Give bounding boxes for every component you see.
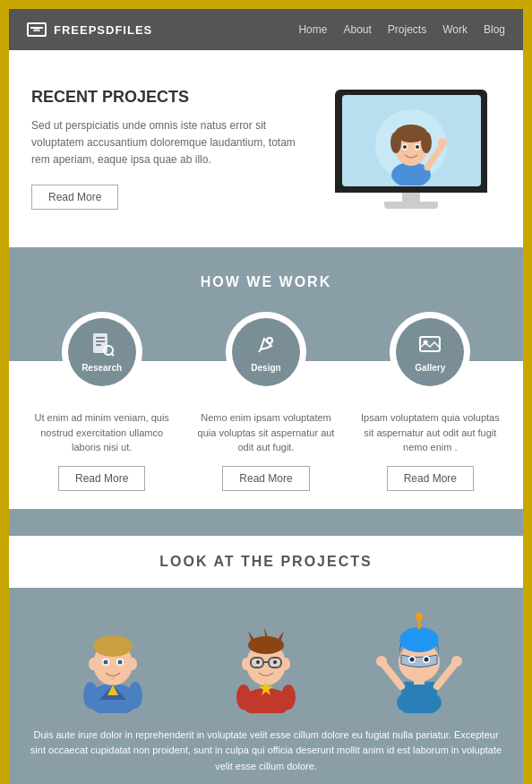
- cards-row: Research Design: [27, 312, 505, 401]
- card-desc-design: Nemo enim ipsam voluptatem quia voluptas…: [191, 410, 340, 491]
- recent-projects-section: Recent PROJECTS Sed ut perspiciatis unde…: [9, 50, 523, 247]
- rp-image: [322, 90, 501, 209]
- gallery-label: Gallery: [415, 363, 445, 373]
- design-label: Design: [251, 363, 280, 373]
- nav-item-work[interactable]: Work: [442, 23, 468, 36]
- design-read-more[interactable]: Read More: [222, 466, 309, 491]
- svg-point-34: [83, 682, 98, 709]
- svg-point-9: [403, 145, 407, 149]
- monitor-stand-base: [384, 202, 438, 209]
- svg-point-52: [281, 685, 296, 710]
- card-desc-research: Ut enim ad minim veniam, quis nostrud ex…: [27, 410, 176, 491]
- svg-rect-14: [96, 337, 105, 339]
- svg-point-62: [410, 657, 415, 661]
- svg-point-43: [242, 658, 251, 670]
- nav: Home About Projects Work Blog: [298, 23, 505, 36]
- svg-rect-16: [96, 344, 101, 346]
- svg-line-66: [437, 664, 455, 686]
- svg-point-10: [416, 145, 419, 149]
- gallery-read-more[interactable]: Read More: [387, 466, 474, 491]
- avatar-item-2: [217, 597, 315, 713]
- svg-rect-13: [93, 333, 107, 353]
- how-we-work-section: HOW WE WORK: [9, 247, 523, 536]
- design-desc-text: Nemo enim ipsam voluptatem quia voluptas…: [191, 410, 340, 455]
- svg-point-63: [425, 657, 429, 661]
- gallery-desc-text: Ipsam voluptatem quia voluptas sit asper…: [356, 410, 505, 455]
- svg-line-20: [259, 349, 261, 352]
- logo-icon: [27, 22, 47, 37]
- avatar-svg-1: [68, 606, 158, 713]
- svg-point-57: [399, 627, 439, 652]
- design-icon: [253, 332, 279, 360]
- look-projects-title: LOOK AT THE PROJECTS: [27, 554, 505, 570]
- svg-rect-54: [401, 682, 437, 707]
- rp-title-bold: PROJECTS: [102, 88, 189, 106]
- card-circle-inner-research: Research: [68, 318, 136, 386]
- avatar-item-1: [64, 597, 162, 713]
- svg-point-44: [281, 658, 290, 670]
- svg-point-49: [273, 660, 277, 664]
- svg-point-28: [128, 658, 137, 670]
- svg-point-19: [267, 338, 272, 343]
- rp-text: Recent PROJECTS Sed ut perspiciatis unde…: [31, 88, 304, 211]
- card-circle-inner-gallery: Gallery: [396, 318, 464, 386]
- avatar-svg-3: [374, 606, 464, 713]
- card-circle-design: Design: [226, 312, 306, 392]
- monitor-screen: [335, 90, 487, 193]
- projects-desc-text: Duis aute irure dolor in reprehenderit i…: [27, 728, 505, 775]
- svg-point-59: [416, 613, 423, 620]
- read-more-button[interactable]: Read More: [31, 185, 118, 210]
- svg-point-5: [390, 132, 401, 153]
- research-icon: [90, 332, 115, 360]
- svg-rect-15: [96, 340, 105, 342]
- svg-point-6: [421, 132, 432, 153]
- cards-desc-row: Ut enim ad minim veniam, quis nostrud ex…: [27, 410, 505, 491]
- avatar-item-3: [370, 597, 468, 713]
- logo-text: FREEPSDFILES: [54, 23, 152, 37]
- nav-item-projects[interactable]: Projects: [388, 23, 426, 36]
- svg-point-35: [128, 682, 142, 709]
- character-svg: [357, 96, 465, 185]
- monitor-screen-inner: [342, 95, 481, 186]
- projects-desc: Duis aute irure dolor in reprehenderit i…: [9, 713, 523, 785]
- svg-point-12: [438, 138, 447, 147]
- page-wrapper: FREEPSDFILES Home About Projects Work Bl…: [7, 7, 525, 784]
- svg-point-32: [117, 659, 122, 664]
- research-label: Research: [82, 363, 122, 373]
- svg-point-67: [451, 656, 462, 667]
- svg-point-48: [256, 660, 260, 664]
- svg-point-26: [93, 635, 133, 657]
- nav-item-home[interactable]: Home: [298, 23, 327, 36]
- card-design: Design: [191, 312, 340, 401]
- research-read-more[interactable]: Read More: [58, 466, 145, 491]
- avatar-svg-2: [221, 606, 311, 713]
- card-circle-inner-design: Design: [232, 318, 300, 386]
- svg-line-64: [383, 664, 401, 686]
- card-research: Research: [27, 312, 176, 401]
- rp-title-regular: Recent: [31, 88, 98, 106]
- card-gallery: Gallery: [356, 312, 505, 401]
- svg-point-65: [376, 656, 387, 667]
- monitor-stand-neck: [402, 193, 420, 202]
- gallery-icon: [417, 332, 442, 360]
- svg-point-51: [236, 685, 251, 710]
- avatars-row: [9, 588, 523, 713]
- rp-title: Recent PROJECTS: [31, 88, 304, 107]
- card-desc-gallery: Ipsam voluptatem quia voluptas sit asper…: [356, 410, 505, 491]
- header: FREEPSDFILES Home About Projects Work Bl…: [9, 9, 523, 50]
- nav-item-about[interactable]: About: [343, 23, 371, 36]
- research-desc-text: Ut enim ad minim veniam, quis nostrud ex…: [27, 410, 176, 455]
- card-circle-research: Research: [62, 312, 142, 392]
- how-we-work-title: HOW WE WORK: [27, 274, 505, 290]
- svg-line-18: [111, 353, 114, 356]
- svg-point-31: [103, 659, 107, 664]
- look-projects-section: LOOK AT THE PROJECTS: [9, 536, 523, 570]
- monitor-illustration: [335, 90, 487, 209]
- nav-item-blog[interactable]: Blog: [484, 23, 505, 36]
- logo: FREEPSDFILES: [27, 22, 152, 37]
- rp-description: Sed ut perspiciatis unde omnis iste natu…: [31, 117, 304, 169]
- card-circle-gallery: Gallery: [390, 312, 470, 392]
- svg-point-27: [89, 658, 98, 670]
